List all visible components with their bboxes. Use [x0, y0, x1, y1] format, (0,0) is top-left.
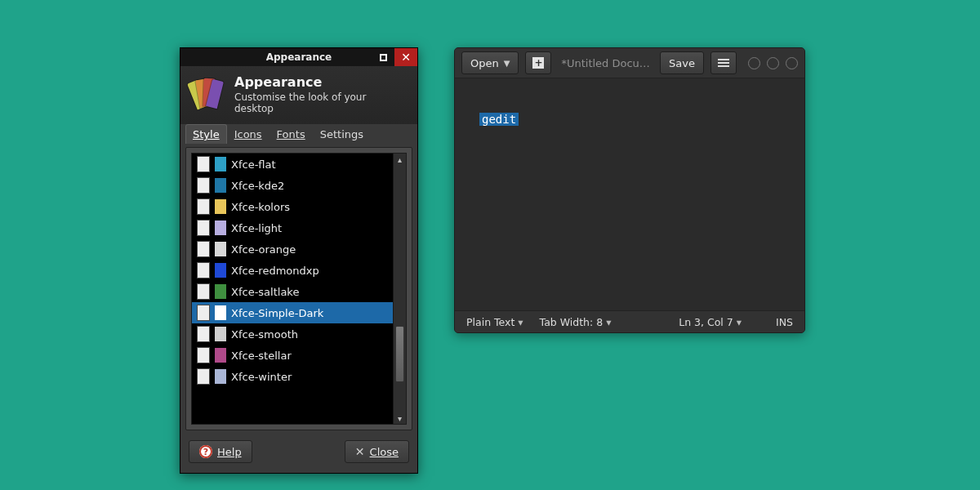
- appearance-window: Appearance ✕ Appearance Customise the lo…: [180, 47, 418, 474]
- close-icon: ✕: [355, 445, 365, 458]
- open-button[interactable]: Open ▼: [461, 51, 519, 74]
- theme-swatch-accent-icon: [215, 178, 226, 193]
- save-button[interactable]: Save: [660, 51, 704, 74]
- theme-row[interactable]: Xfce-stellar: [192, 345, 393, 366]
- appearance-icon: [192, 78, 225, 111]
- gedit-headerbar[interactable]: Open ▼ + *Untitled Document 1 - gedit Sa…: [455, 48, 804, 78]
- theme-list-scrollbar[interactable]: ▴ ▾: [393, 154, 406, 424]
- theme-name: Xfce-saltlake: [231, 286, 299, 298]
- new-tab-button[interactable]: +: [525, 51, 551, 74]
- insert-mode[interactable]: INS: [776, 316, 793, 328]
- gedit-status-bar: Plain Text Tab Width: 8 Ln 3, Col 7 INS: [455, 310, 804, 332]
- theme-row[interactable]: Xfce-flat: [192, 154, 393, 175]
- theme-name: Xfce-smooth: [231, 328, 298, 341]
- gedit-window: Open ▼ + *Untitled Document 1 - gedit Sa…: [454, 47, 805, 333]
- window-close-button[interactable]: [786, 57, 798, 69]
- hamburger-menu-button[interactable]: [710, 51, 737, 74]
- minimize-button[interactable]: [372, 48, 394, 66]
- window-maximize-button[interactable]: [767, 57, 779, 69]
- appearance-tabs: Style Icons Fonts Settings: [180, 124, 417, 144]
- chevron-down-icon: ▼: [504, 59, 510, 68]
- window-minimize-button[interactable]: [748, 57, 760, 69]
- theme-swatch-light-icon: [197, 198, 210, 215]
- theme-swatch-accent-icon: [215, 305, 226, 320]
- tab-icons[interactable]: Icons: [227, 124, 270, 144]
- theme-row[interactable]: Xfce-saltlake: [192, 281, 393, 302]
- help-button-label: Help: [217, 446, 242, 458]
- theme-name: Xfce-Simple-Dark: [231, 307, 323, 319]
- theme-row[interactable]: Xfce-kde2: [192, 175, 393, 196]
- theme-swatch-accent-icon: [215, 284, 226, 299]
- theme-name: Xfce-winter: [231, 371, 292, 383]
- scrollbar-thumb[interactable]: [395, 326, 404, 382]
- help-button[interactable]: ? Help: [189, 440, 252, 463]
- theme-row[interactable]: Xfce-winter: [192, 366, 393, 387]
- theme-swatch-light-icon: [197, 241, 210, 257]
- theme-swatch-light-icon: [197, 177, 210, 194]
- close-icon: ✕: [401, 51, 411, 63]
- save-button-label: Save: [669, 57, 695, 69]
- tab-settings[interactable]: Settings: [313, 124, 371, 144]
- theme-row[interactable]: Xfce-Simple-Dark: [192, 302, 393, 323]
- theme-name: Xfce-kolors: [231, 201, 290, 213]
- gedit-text-area[interactable]: gedit: [455, 78, 804, 310]
- appearance-header-title: Appearance: [234, 74, 406, 90]
- theme-swatch-light-icon: [197, 326, 210, 342]
- gedit-window-controls: [748, 57, 798, 69]
- gedit-selected-text: gedit: [479, 113, 519, 126]
- tabwidth-dropdown[interactable]: Tab Width: 8: [540, 316, 612, 328]
- theme-swatch-light-icon: [197, 305, 210, 321]
- theme-list[interactable]: Xfce-flatXfce-kde2Xfce-kolorsXfce-lightX…: [192, 154, 393, 424]
- theme-swatch-accent-icon: [215, 263, 226, 278]
- appearance-body: Xfce-flatXfce-kde2Xfce-kolorsXfce-lightX…: [185, 147, 412, 430]
- syntax-dropdown[interactable]: Plain Text: [466, 316, 523, 328]
- theme-swatch-accent-icon: [215, 157, 226, 172]
- theme-swatch-accent-icon: [215, 220, 226, 235]
- theme-row[interactable]: Xfce-smooth: [192, 323, 393, 345]
- close-button[interactable]: ✕ Close: [345, 440, 409, 463]
- theme-swatch-light-icon: [197, 368, 210, 385]
- appearance-header: Appearance Customise the look of your de…: [180, 66, 417, 124]
- scroll-down-icon[interactable]: ▾: [394, 412, 406, 424]
- theme-name: Xfce-redmondxp: [231, 265, 319, 277]
- scroll-up-icon[interactable]: ▴: [394, 154, 406, 165]
- theme-swatch-accent-icon: [215, 327, 226, 341]
- theme-row[interactable]: Xfce-orange: [192, 238, 393, 260]
- theme-swatch-accent-icon: [215, 242, 226, 256]
- theme-name: Xfce-light: [231, 222, 282, 234]
- tab-style[interactable]: Style: [185, 124, 227, 144]
- close-button-label: Close: [370, 446, 399, 458]
- theme-swatch-accent-icon: [215, 369, 226, 384]
- theme-name: Xfce-flat: [231, 158, 276, 171]
- theme-name: Xfce-orange: [231, 243, 296, 256]
- close-window-button[interactable]: ✕: [394, 48, 417, 66]
- theme-swatch-accent-icon: [215, 348, 226, 363]
- hamburger-icon: [718, 57, 729, 69]
- theme-swatch-accent-icon: [215, 199, 226, 214]
- theme-row[interactable]: Xfce-redmondxp: [192, 260, 393, 281]
- appearance-titlebar[interactable]: Appearance ✕: [180, 48, 417, 66]
- theme-name: Xfce-stellar: [231, 350, 292, 362]
- window-restore-icon: [380, 54, 387, 61]
- theme-swatch-light-icon: [197, 156, 210, 172]
- gedit-title: *Untitled Document 1 - gedit: [558, 57, 653, 69]
- cursor-position[interactable]: Ln 3, Col 7: [679, 316, 742, 328]
- appearance-titlebar-label: Appearance: [266, 51, 332, 63]
- theme-swatch-light-icon: [197, 262, 210, 278]
- appearance-footer: ? Help ✕ Close: [180, 430, 417, 473]
- help-icon: ?: [199, 445, 212, 458]
- theme-swatch-light-icon: [197, 347, 210, 363]
- theme-row[interactable]: Xfce-light: [192, 217, 393, 238]
- theme-swatch-light-icon: [197, 220, 210, 236]
- appearance-header-sub: Customise the look of your desktop: [234, 91, 406, 114]
- open-button-label: Open: [470, 57, 499, 69]
- theme-row[interactable]: Xfce-kolors: [192, 196, 393, 217]
- new-document-icon: +: [532, 57, 544, 69]
- tab-fonts[interactable]: Fonts: [270, 124, 313, 144]
- theme-name: Xfce-kde2: [231, 180, 284, 192]
- theme-swatch-light-icon: [197, 283, 210, 300]
